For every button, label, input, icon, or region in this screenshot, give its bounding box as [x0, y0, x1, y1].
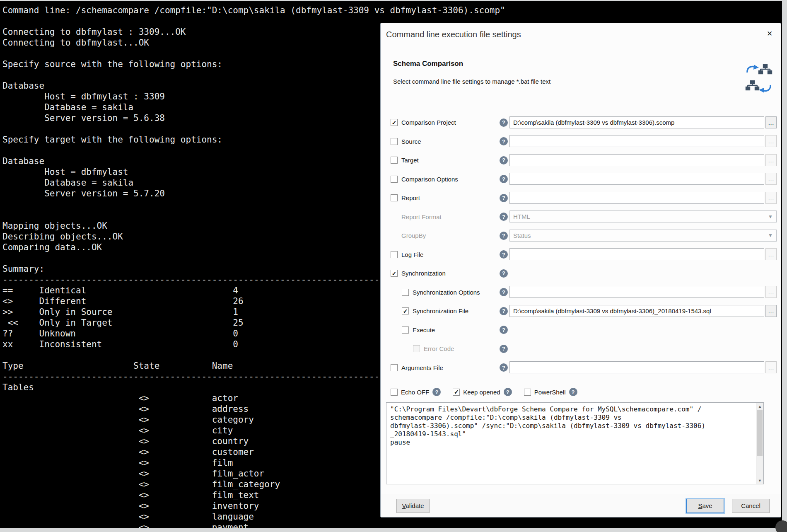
- dialog-title: Command line execution file settings: [386, 30, 521, 39]
- report-help-icon[interactable]: ?: [500, 194, 508, 202]
- window-frame-bottom: [0, 528, 787, 532]
- toggle-keep-opened: ✓Keep opened?: [453, 388, 512, 396]
- save-button[interactable]: Save: [686, 499, 724, 513]
- report-format-help-icon[interactable]: ?: [500, 213, 508, 221]
- powershell-help-icon[interactable]: ?: [569, 388, 577, 396]
- execute-label: Execute: [413, 326, 435, 334]
- synchronization-options-checkbox[interactable]: [402, 289, 409, 296]
- row-comparison-options: Comparison Options?…: [381, 170, 781, 189]
- synchronization-options-help-icon[interactable]: ?: [500, 288, 508, 296]
- log-file-help-icon[interactable]: ?: [500, 250, 508, 259]
- error-code-checkbox[interactable]: [413, 345, 420, 352]
- report-checkbox[interactable]: [391, 194, 398, 201]
- target-browse-button[interactable]: …: [765, 154, 777, 166]
- groupby-select[interactable]: Status▼: [509, 230, 777, 242]
- row-arguments-file: Arguments File?…: [381, 358, 781, 377]
- row-error-code: Error Code?: [381, 339, 781, 358]
- arguments-file-label: Arguments File: [401, 364, 443, 371]
- comparison-options-browse-button[interactable]: …: [765, 173, 777, 185]
- synchronization-file-label: Synchronization File: [413, 307, 468, 314]
- keep-opened-help-icon[interactable]: ?: [504, 388, 512, 396]
- report-format-label: Report Format: [401, 213, 442, 220]
- groupby-help-icon[interactable]: ?: [500, 232, 508, 240]
- report-input[interactable]: [509, 192, 764, 204]
- synchronization-file-checkbox[interactable]: ✓: [402, 307, 409, 314]
- keep-opened-label: Keep opened: [463, 389, 500, 396]
- synchronization-help-icon[interactable]: ?: [500, 269, 508, 278]
- synchronization-checkbox[interactable]: ✓: [391, 270, 398, 277]
- source-input[interactable]: [509, 135, 764, 147]
- textarea-scrollbar[interactable]: ▲ ▼: [756, 403, 763, 484]
- synchronization-options-browse-button[interactable]: …: [765, 286, 777, 298]
- dialog-footer: Validate Save Cancel: [381, 494, 781, 517]
- groupby-label: GroupBy: [401, 232, 426, 239]
- log-file-label: Log File: [401, 251, 423, 258]
- row-groupby: GroupBy?Status▼: [381, 226, 781, 245]
- source-label: Source: [401, 138, 421, 145]
- bat-file-text[interactable]: "C:\Program Files\Devart\dbForge Schema …: [386, 403, 763, 449]
- arguments-file-checkbox[interactable]: [391, 364, 398, 371]
- echo-off-checkbox[interactable]: [391, 389, 398, 396]
- window-frame-top: [0, 0, 787, 1]
- dialog-subtitle: Select command line file settings to man…: [393, 78, 550, 85]
- source-checkbox[interactable]: [391, 138, 398, 145]
- target-checkbox[interactable]: [391, 157, 398, 164]
- report-label: Report: [401, 194, 420, 201]
- corner-dot: [775, 520, 787, 532]
- powershell-checkbox[interactable]: [524, 389, 531, 396]
- target-help-icon[interactable]: ?: [500, 156, 508, 164]
- comparison-options-input[interactable]: [509, 173, 764, 185]
- chevron-down-icon: ▼: [768, 214, 773, 220]
- execute-help-icon[interactable]: ?: [500, 326, 508, 334]
- cancel-button[interactable]: Cancel: [732, 499, 770, 513]
- error-code-label: Error Code: [424, 345, 454, 352]
- powershell-label: PowerShell: [534, 389, 566, 396]
- execute-checkbox[interactable]: [402, 326, 409, 334]
- log-file-browse-button[interactable]: …: [765, 248, 777, 260]
- comparison-options-help-icon[interactable]: ?: [500, 175, 508, 183]
- dialog-heading: Schema Comparison: [393, 60, 463, 68]
- echo-off-help-icon[interactable]: ?: [432, 388, 441, 396]
- comparison-project-help-icon[interactable]: ?: [500, 118, 508, 127]
- report-format-select[interactable]: HTML▼: [509, 210, 777, 222]
- row-synchronization-file: ✓Synchronization File?D:\comp\sakila (db…: [381, 302, 781, 321]
- target-input[interactable]: [509, 154, 764, 166]
- scroll-down-icon[interactable]: ▼: [756, 477, 763, 484]
- close-icon[interactable]: ✕: [763, 27, 776, 40]
- row-log-file: Log File?…: [381, 245, 781, 264]
- scrollbar-thumb[interactable]: [757, 410, 763, 456]
- source-browse-button[interactable]: …: [765, 135, 777, 147]
- synchronization-options-input[interactable]: [509, 286, 764, 298]
- validate-button[interactable]: Validate: [396, 499, 430, 513]
- log-file-checkbox[interactable]: [391, 251, 398, 258]
- arguments-file-input[interactable]: [509, 361, 764, 373]
- arguments-file-browse-button[interactable]: …: [765, 361, 777, 373]
- error-code-help-icon[interactable]: ?: [500, 345, 508, 353]
- source-help-icon[interactable]: ?: [500, 137, 508, 145]
- synchronization-options-label: Synchronization Options: [413, 289, 480, 296]
- comparison-project-input[interactable]: D:\comp\sakila (dbfmylast-3309 vs dbfmyl…: [509, 116, 764, 128]
- row-synchronization: ✓Synchronization?: [381, 264, 781, 283]
- row-synchronization-options: Synchronization Options?…: [381, 283, 781, 302]
- comparison-project-browse-button[interactable]: …: [765, 116, 777, 128]
- settings-rows: ✓Comparison Project?D:\comp\sakila (dbfm…: [381, 113, 781, 377]
- row-source: Source?…: [381, 132, 781, 151]
- keep-opened-checkbox[interactable]: ✓: [453, 389, 460, 396]
- scroll-up-icon[interactable]: ▲: [756, 403, 763, 410]
- log-file-input[interactable]: [509, 248, 764, 260]
- window-frame-right: [782, 0, 787, 532]
- comparison-options-label: Comparison Options: [401, 176, 458, 183]
- synchronization-file-browse-button[interactable]: …: [765, 305, 777, 317]
- synchronization-file-input[interactable]: D:\comp\sakila (dbfmylast-3309 vs dbfmyl…: [509, 305, 764, 317]
- echo-off-label: Echo OFF: [401, 389, 429, 396]
- comparison-project-checkbox[interactable]: ✓: [391, 119, 398, 126]
- synchronization-file-help-icon[interactable]: ?: [500, 307, 508, 315]
- synchronization-label: Synchronization: [401, 270, 446, 277]
- row-report-format: Report Format?HTML▼: [381, 208, 781, 227]
- arguments-file-help-icon[interactable]: ?: [500, 363, 508, 372]
- command-line-settings-dialog: Command line execution file settings ✕ S…: [380, 23, 781, 517]
- report-browse-button[interactable]: …: [765, 192, 777, 204]
- target-label: Target: [401, 157, 419, 164]
- comparison-options-checkbox[interactable]: [391, 176, 398, 183]
- screen: { "terminal": { "intro_lines": [ "Comman…: [0, 0, 787, 532]
